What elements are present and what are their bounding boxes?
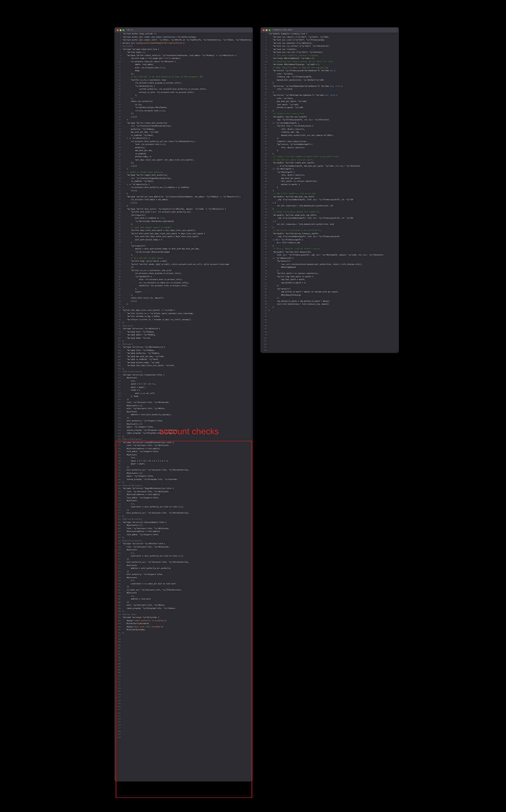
window-title-left: lib.rs bbox=[126, 29, 133, 31]
titlebar-left: lib.rs bbox=[115, 27, 253, 33]
maximize-icon[interactable] bbox=[269, 29, 270, 31]
code-window-right: treasury_lock.move 123456789101112131415… bbox=[260, 27, 399, 353]
traffic-lights[interactable] bbox=[117, 29, 124, 31]
line-numbers-left: 1234567891011121314151617181920212223242… bbox=[115, 33, 122, 781]
minimize-icon[interactable] bbox=[120, 29, 121, 31]
code-area-left[interactable]: "kw">use anchor_lang::prelude::*;"kw">us… bbox=[123, 33, 251, 781]
minimize-icon[interactable] bbox=[266, 29, 267, 31]
code-window-left: lib.rs 123456789101112131415161718192021… bbox=[114, 27, 253, 782]
maximize-icon[interactable] bbox=[123, 29, 124, 31]
traffic-lights[interactable] bbox=[263, 29, 270, 31]
close-icon[interactable] bbox=[263, 29, 265, 31]
line-numbers-right: 1234567891011121314151617181920212223242… bbox=[261, 33, 268, 353]
window-title-right: treasury_lock.move bbox=[273, 29, 292, 31]
code-area-right[interactable]: "kw">module examples::treasury_lock { "k… bbox=[269, 33, 397, 353]
annotation-text: account checks bbox=[159, 425, 219, 438]
close-icon[interactable] bbox=[117, 29, 119, 31]
page: lib.rs 123456789101112131415161718192021… bbox=[0, 0, 506, 812]
titlebar-right: treasury_lock.move bbox=[261, 27, 399, 33]
